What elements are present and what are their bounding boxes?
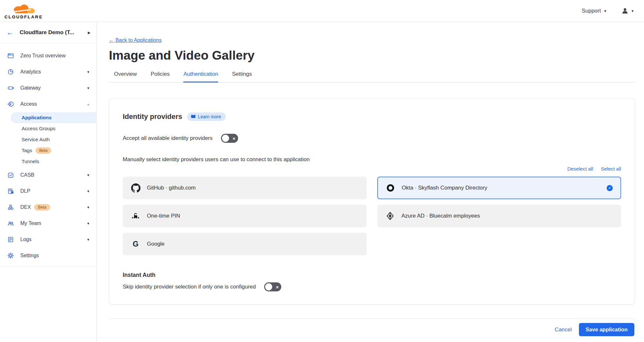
- sidebar-item-label: Applications: [22, 115, 52, 121]
- user-icon: [621, 7, 629, 15]
- sidebar-item-settings[interactable]: Settings: [0, 248, 96, 264]
- chevron-down-icon[interactable]: ▼: [87, 86, 90, 90]
- provider-label: GitHub · github.com: [147, 185, 196, 191]
- provider-tile-okta[interactable]: Okta · Skyflash Company Directory ✓: [377, 177, 621, 199]
- sidebar-item-access-groups[interactable]: Access Groups: [0, 123, 96, 134]
- sidebar-item-label: Zero Trust overview: [20, 53, 65, 59]
- chevron-down-icon[interactable]: ▼: [87, 222, 90, 225]
- provider-label: Okta · Skyflash Company Directory: [402, 185, 487, 191]
- gateway-icon: [7, 84, 15, 92]
- sidebar-item-analytics[interactable]: Analytics ▼: [0, 64, 96, 80]
- chevron-down-icon[interactable]: ▼: [87, 70, 90, 74]
- google-icon: G: [131, 240, 140, 248]
- sidebar-item-tags[interactable]: Tags Beta: [0, 145, 96, 156]
- tab-policies[interactable]: Policies: [151, 71, 170, 83]
- cloudflare-cloud-icon: [9, 3, 39, 15]
- support-menu[interactable]: Support ▼: [582, 8, 607, 14]
- sidebar-item-applications[interactable]: Applications: [11, 112, 96, 123]
- provider-label: Google: [147, 241, 165, 247]
- accept-all-toggle-label: Accept all available identity providers: [123, 135, 213, 142]
- support-label: Support: [582, 8, 601, 14]
- cloudflare-wordmark: CLOUDFLARE: [5, 15, 43, 19]
- chevron-up-icon[interactable]: ▲: [87, 103, 90, 106]
- toggle-off-x-icon: ×: [276, 285, 279, 289]
- toggle-knob: [222, 135, 229, 142]
- dex-icon: [7, 203, 15, 211]
- footer-actions: Cancel Save application: [97, 323, 634, 336]
- sidebar-item-label: DEX: [20, 204, 31, 210]
- provider-tile-azure-ad[interactable]: Azure AD · Bluecalm employees: [377, 205, 621, 227]
- sidebar-item-access[interactable]: Access ▲: [0, 96, 96, 112]
- beta-badge: Beta: [35, 147, 52, 154]
- back-arrow-icon[interactable]: ←: [6, 29, 13, 36]
- chevron-down-icon: ▼: [603, 9, 607, 13]
- tab-bar: Overview Policies Authentication Setting…: [109, 71, 635, 83]
- sidebar-item-logs[interactable]: Logs ▼: [0, 231, 96, 248]
- sidebar-item-dex[interactable]: DEX Beta ▼: [0, 199, 96, 215]
- sidebar-account-header: ← Cloudflare Demo (T... ▶: [0, 22, 96, 44]
- save-application-button[interactable]: Save application: [579, 323, 634, 336]
- team-icon: [7, 220, 15, 227]
- skip-toggle-label: Skip identity provider selection if only…: [123, 284, 256, 290]
- accept-all-toggle[interactable]: ×: [221, 134, 238, 143]
- back-to-applications-link[interactable]: ← Back to Applications: [109, 37, 162, 43]
- okta-icon: [386, 184, 395, 192]
- sidebar-item-label: Gateway: [20, 85, 41, 91]
- sidebar-item-my-team[interactable]: My Team ▼: [0, 215, 96, 231]
- one-time-pin-icon: ****: [131, 212, 140, 220]
- sidebar-item-service-auth[interactable]: Service Auth: [0, 134, 96, 145]
- casb-icon: [7, 171, 15, 179]
- deselect-all-link[interactable]: Deselect all: [567, 166, 593, 172]
- sidebar-item-label: Settings: [20, 253, 39, 259]
- select-all-link[interactable]: Select all: [601, 166, 621, 172]
- tab-settings[interactable]: Settings: [232, 71, 252, 83]
- account-name[interactable]: Cloudflare Demo (T...: [20, 29, 88, 36]
- chevron-down-icon[interactable]: ▼: [87, 190, 90, 193]
- expand-right-icon[interactable]: ▶: [88, 31, 91, 35]
- user-account-menu[interactable]: ▼: [621, 7, 634, 15]
- tab-overview[interactable]: Overview: [114, 71, 137, 83]
- sidebar-item-label: DLP: [20, 188, 30, 194]
- logs-icon: [7, 236, 15, 243]
- card-title: Identity providers: [123, 112, 182, 121]
- gear-icon: [7, 252, 15, 259]
- provider-tile-google[interactable]: G Google: [123, 233, 367, 255]
- provider-tile-one-time-pin[interactable]: **** One-time PIN: [123, 205, 367, 227]
- sidebar-item-label: CASB: [20, 172, 34, 178]
- provider-label: One-time PIN: [147, 213, 180, 219]
- sidebar-item-dlp[interactable]: DLP ▼: [0, 183, 96, 199]
- sidebar-item-label: Access: [20, 101, 37, 107]
- chevron-down-icon[interactable]: ▼: [87, 173, 90, 177]
- dlp-icon: [7, 187, 15, 195]
- instant-auth-toggle[interactable]: ×: [264, 282, 281, 291]
- learn-more-label: Learn more: [198, 114, 221, 119]
- chevron-down-icon[interactable]: ▼: [87, 238, 90, 241]
- sidebar-item-label: Tunnels: [22, 159, 39, 164]
- sidebar-item-gateway[interactable]: Gateway ▼: [0, 80, 96, 96]
- cancel-button[interactable]: Cancel: [555, 327, 572, 333]
- sidebar-item-casb[interactable]: CASB ▼: [0, 167, 96, 183]
- instant-auth-heading: Instant Auth: [123, 272, 621, 278]
- tab-authentication[interactable]: Authentication: [183, 71, 218, 83]
- sidebar-item-zero-trust-overview[interactable]: Zero Trust overview: [0, 48, 96, 64]
- provider-tile-github[interactable]: GitHub · github.com: [123, 177, 367, 199]
- sidebar-item-label: Tags: [22, 148, 32, 153]
- page-title: Image and Video Gallery: [109, 48, 644, 63]
- toggle-off-x-icon: ×: [233, 136, 235, 141]
- sidebar-item-tunnels[interactable]: Tunnels: [0, 156, 96, 167]
- selected-check-icon: ✓: [607, 185, 613, 191]
- book-icon: [191, 114, 196, 119]
- cloudflare-logo: CLOUDFLARE: [5, 3, 43, 19]
- window-icon: [7, 52, 15, 60]
- footer-divider: [109, 318, 635, 319]
- sidebar-item-label: Analytics: [20, 69, 41, 75]
- chevron-down-icon[interactable]: ▼: [87, 206, 90, 209]
- sidebar-nav: Zero Trust overview Analytics ▼ Gateway …: [0, 44, 96, 267]
- beta-badge: Beta: [34, 204, 50, 210]
- provider-grid: GitHub · github.com Okta · Skyflash Comp…: [123, 177, 621, 255]
- manual-select-text: Manually select identity providers users…: [123, 156, 621, 163]
- provider-label: Azure AD · Bluecalm employees: [401, 213, 480, 219]
- learn-more-badge[interactable]: Learn more: [187, 112, 226, 121]
- azure-ad-icon: [385, 212, 395, 220]
- github-icon: [131, 183, 140, 193]
